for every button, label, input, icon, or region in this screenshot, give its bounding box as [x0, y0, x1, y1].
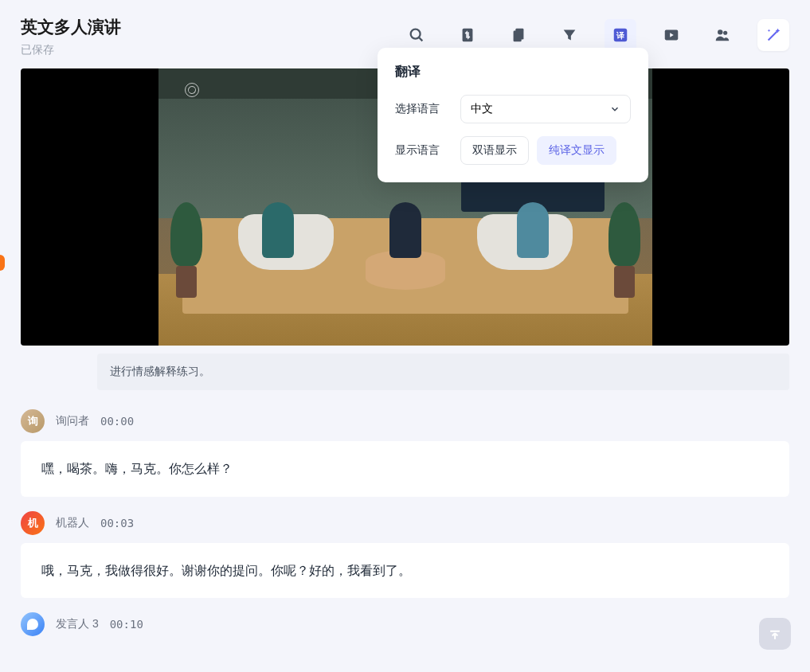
note-box: 进行情感解释练习。: [97, 354, 789, 390]
transcript-entry: 询 询问者 00:00 嘿，喝茶。嗨，马克。你怎么样？: [21, 409, 789, 497]
timestamp[interactable]: 00:03: [100, 517, 134, 529]
transcript-text[interactable]: 哦，马克，我做得很好。谢谢你的提问。你呢？好的，我看到了。: [21, 543, 789, 599]
translate-button[interactable]: 译: [605, 19, 636, 51]
avatar: 询: [21, 409, 45, 433]
chevron-down-icon: [609, 104, 620, 115]
svg-rect-2: [463, 29, 473, 42]
search-icon: [408, 26, 425, 44]
transcript-entry: 机 机器人 00:03 哦，马克，我做得很好。谢谢你的提问。你呢？好的，我看到了…: [21, 511, 789, 599]
transcript-entry: 发言人 3 00:10: [21, 612, 789, 636]
avatar: 机: [21, 511, 45, 535]
page-title: 英文多人演讲: [21, 16, 121, 38]
swap-button[interactable]: [452, 19, 483, 51]
filter-icon: [561, 26, 578, 44]
language-select[interactable]: 中文: [460, 95, 631, 123]
avatar: [21, 612, 45, 636]
language-value: 中文: [471, 102, 493, 116]
svg-text:译: 译: [616, 31, 625, 40]
video-button[interactable]: [655, 19, 687, 51]
magic-wand-icon: [765, 26, 782, 44]
svg-point-8: [718, 29, 722, 34]
translate-icon: 译: [612, 26, 629, 44]
speaker-name: 询问者: [56, 414, 89, 428]
scroll-top-button[interactable]: [759, 618, 791, 650]
translation-only-option[interactable]: 纯译文显示: [537, 136, 616, 165]
bilingual-option[interactable]: 双语显示: [460, 136, 529, 165]
magic-button[interactable]: [757, 19, 789, 51]
timestamp[interactable]: 00:00: [100, 415, 134, 428]
people-icon: [714, 26, 731, 44]
display-label: 显示语言: [395, 143, 446, 158]
speaker-name: 机器人: [56, 516, 89, 530]
svg-point-9: [723, 31, 727, 35]
svg-rect-4: [514, 31, 522, 42]
svg-line-1: [419, 37, 422, 41]
copy-button[interactable]: [503, 19, 534, 51]
translate-popover: 翻译 选择语言 中文 显示语言 双语显示 纯译文显示: [378, 48, 648, 182]
watermark-icon: [185, 83, 199, 97]
toolbar: 译: [401, 19, 789, 51]
people-button[interactable]: [706, 19, 738, 51]
arrow-up-icon: [767, 626, 783, 642]
swap-icon: [459, 26, 476, 44]
filter-button[interactable]: [554, 19, 585, 51]
search-button[interactable]: [401, 19, 432, 51]
popover-title: 翻译: [395, 64, 631, 80]
copy-icon: [510, 26, 527, 44]
svg-point-0: [411, 29, 421, 39]
save-status: 已保存: [21, 43, 121, 57]
transcript: 进行情感解释练习。 询 询问者 00:00 嘿，喝茶。嗨，马克。你怎么样？ 机 …: [0, 346, 810, 636]
language-label: 选择语言: [395, 102, 446, 116]
side-tab[interactable]: [0, 255, 5, 271]
speaker-name: 发言人 3: [56, 617, 99, 631]
video-icon: [663, 26, 680, 44]
transcript-text[interactable]: 嘿，喝茶。嗨，马克。你怎么样？: [21, 441, 789, 497]
timestamp[interactable]: 00:10: [110, 618, 143, 631]
